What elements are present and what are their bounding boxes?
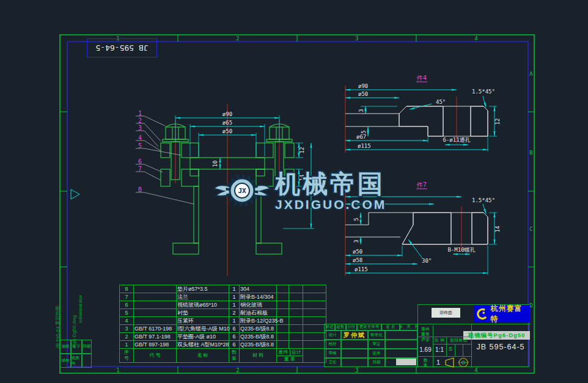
svg-text:1: 1	[138, 110, 142, 117]
svg-text:B: B	[138, 186, 142, 193]
svg-text:4: 4	[138, 134, 142, 141]
sig-label: 审定	[368, 340, 385, 349]
table-row: 2GB/T 97.1-198平垫圈-A级 ø106Q235-B/级8.8	[120, 333, 326, 341]
svg-text:10: 10	[212, 161, 218, 167]
sig-label: 标准化	[368, 330, 385, 340]
sig-empty	[385, 340, 417, 349]
svg-text:ø65: ø65	[222, 120, 232, 126]
table-row: 1GB/T 897-198双头螺柱 A型M10*286Q235-B/级8.8	[120, 341, 326, 349]
sig-empty	[385, 330, 417, 340]
svg-text:6: 6	[138, 158, 142, 165]
svg-text:30°: 30°	[422, 258, 432, 264]
svg-text:12: 12	[494, 119, 501, 125]
table-row: 3GB/T 6170-198Ⅰ型六角螺母-A级 M106Q235-B/级8.8	[120, 325, 326, 333]
svg-text:2: 2	[236, 35, 239, 42]
part4-hatch-inner	[399, 106, 443, 136]
scale-label: 比 例	[433, 338, 446, 343]
part4-hatch-outer	[471, 106, 488, 136]
svg-text:件7: 件7	[416, 181, 427, 188]
svg-text:5: 5	[353, 217, 359, 221]
svg-text:ø50: ø50	[222, 128, 232, 134]
qty-label: 数 量	[418, 358, 433, 368]
corner-cell: 日期	[82, 340, 92, 354]
svg-text:B-M10螺孔: B-M10螺孔	[447, 247, 475, 253]
svg-text:ø115: ø115	[355, 266, 368, 272]
sig-label: 校对	[324, 340, 341, 349]
watermark-cn-text: 机械帝国	[275, 172, 386, 197]
balloon-callouts: 1 2 3 4 5 6 7 B	[136, 110, 194, 204]
svg-text:1.5*45°: 1.5*45°	[472, 197, 495, 203]
sig-header-cell: 标记	[324, 324, 335, 330]
corner-stamp: JB 595-64-5	[87, 38, 157, 57]
parts-list-table: 8垫片ø57*3.51304 7法兰1附录B-14/304 6视镜玻璃ø65*1…	[119, 285, 326, 363]
svg-text:2: 2	[138, 117, 142, 124]
svg-text:3: 3	[138, 125, 142, 131]
svg-text:1.5*45°: 1.5*45°	[472, 89, 495, 95]
margin-mark-icon	[71, 189, 79, 199]
part4-dimensions: ø90 ø50 45° 1.5*45° 3 5 ø67 6-ø11通孔 ø115…	[345, 83, 501, 151]
svg-text:3: 3	[358, 109, 364, 112]
weight-label: 单件 重量 (Kg)	[418, 327, 433, 341]
sig-empty	[341, 358, 368, 367]
svg-text:ø50: ø50	[358, 91, 368, 97]
doc-type-box: 部件图	[432, 308, 460, 318]
svg-text:3: 3	[353, 239, 359, 243]
company-name: 杭州赛富特	[491, 304, 528, 324]
designer-signature: 罗仲斌	[341, 330, 368, 340]
detail-part4: 件4 ø90 ø50 45° 1.5*45°	[345, 75, 501, 153]
table-row: 5衬垫2耐油石棉板	[120, 309, 326, 317]
code-strip-text: 视镜编号Pg6-Dg50	[468, 332, 526, 340]
part7-outline	[345, 213, 488, 244]
sig-header-cell: 分区	[346, 324, 357, 330]
svg-text:4: 4	[474, 367, 477, 373]
stage-label: 阶段标记	[446, 338, 471, 343]
svg-text:ø90: ø90	[222, 111, 232, 117]
corner-cell: 描校	[60, 354, 71, 368]
svg-text:5: 5	[361, 130, 367, 133]
svg-text:ø115: ø115	[358, 143, 371, 149]
sig-empty	[341, 340, 368, 349]
weight-value: 1.69	[418, 346, 433, 353]
first-angle-symbol-icon	[446, 358, 454, 367]
company-logo-icon	[476, 307, 489, 321]
doc-type-label: 部件图	[439, 310, 452, 316]
view-circle-symbol-icon	[458, 359, 469, 367]
svg-text:ø58: ø58	[353, 257, 362, 263]
table-row: 6视镜玻璃ø65*101钢化玻璃	[120, 301, 326, 309]
table-row: 7法兰1附录B-14/304	[120, 293, 326, 301]
cad-drawing-sheet: 1 2 3 4 1 2 3 4 A B C D	[0, 0, 588, 383]
svg-text:ø67: ø67	[356, 134, 366, 140]
company-banner: 杭州赛富特	[474, 305, 530, 323]
svg-text:2: 2	[236, 367, 239, 373]
part7-hatch-outer	[472, 213, 488, 244]
sig-label: 审核	[324, 349, 341, 358]
corner-record-table: 描图 签字 日期 描校 底图号	[60, 340, 92, 368]
sig-empty	[385, 349, 417, 358]
part7-hatch-inner	[402, 213, 451, 244]
watermark: JX 机械帝国 JXDIGUO.COM	[213, 172, 386, 211]
date-highlight-box	[396, 359, 416, 365]
zone-letters-right: A B C D	[529, 71, 533, 308]
svg-text:45°: 45°	[436, 99, 446, 105]
sheet-qty-value: 1	[433, 359, 444, 366]
sig-header-cell: 签 名	[381, 324, 400, 330]
sig-empty	[341, 349, 368, 358]
svg-text:C: C	[529, 226, 532, 232]
sig-header-cell: 年、月、日	[400, 324, 417, 330]
svg-text:14: 14	[494, 226, 501, 233]
svg-text:D: D	[529, 302, 532, 308]
scale-value: 1:1	[433, 346, 446, 353]
watermark-en-text: JXDIGUO.COM	[275, 198, 386, 211]
sig-header-cell: 处数	[335, 324, 346, 330]
corner-cell	[82, 354, 92, 368]
title-block: 部件图 杭州赛富特 视镜编号Pg6-Dg50 单件 重量 (Kg) 比 例 阶段…	[417, 304, 529, 367]
corner-cell: 描图	[60, 340, 71, 354]
watermark-logo-icon: JX	[213, 172, 271, 211]
sig-label: 批准	[368, 349, 385, 358]
svg-text:JX: JX	[238, 187, 246, 195]
svg-text:1: 1	[116, 367, 119, 373]
table-row: 8垫片ø57*3.51304	[120, 285, 326, 293]
sig-label: 设计	[324, 330, 341, 340]
drawing-number: JB 595-64-5	[471, 343, 530, 351]
svg-text:B: B	[529, 150, 532, 156]
